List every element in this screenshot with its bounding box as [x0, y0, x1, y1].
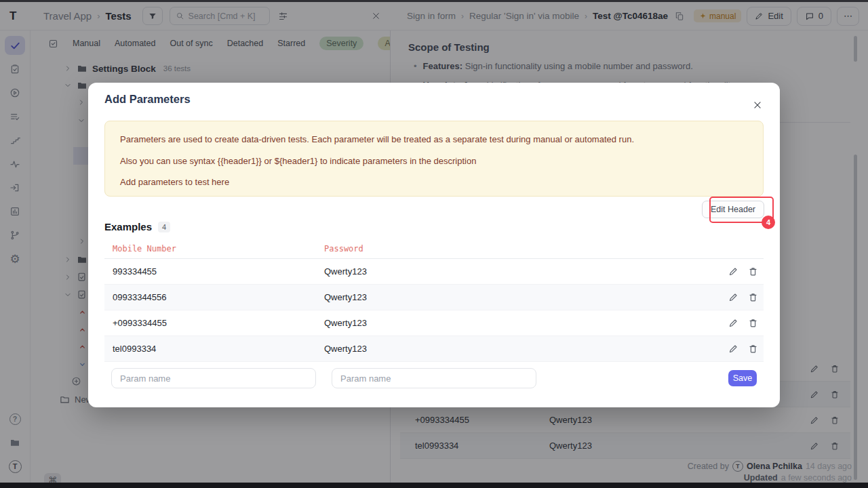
- pencil-icon: [728, 344, 738, 354]
- cell-mobile: 993334455: [104, 266, 324, 277]
- info-line: Also you can use syntax {{header1}} or $…: [120, 156, 748, 166]
- pencil-icon: [728, 266, 738, 277]
- pencil-icon: [728, 292, 738, 302]
- delete-row-button[interactable]: [748, 266, 758, 277]
- trash-icon: [748, 266, 758, 277]
- trash-icon: [748, 318, 758, 328]
- delete-row-button[interactable]: [748, 292, 758, 302]
- close-icon: [753, 100, 762, 110]
- cell-mobile: +0993334455: [104, 318, 324, 328]
- table-row: +0993334455 Qwerty123: [104, 310, 764, 336]
- save-button[interactable]: Save: [728, 370, 757, 386]
- param-name-input-2[interactable]: [332, 368, 536, 388]
- annotation-step-badge: 4: [762, 216, 775, 229]
- examples-table: Mobile Number Password 993334455 Qwerty1…: [104, 239, 764, 362]
- cell-password: Qwerty123: [324, 344, 728, 354]
- cell-password: Qwerty123: [324, 292, 728, 302]
- examples-count-badge: 4: [158, 222, 170, 232]
- modal-close-button[interactable]: [750, 98, 765, 113]
- delete-row-button[interactable]: [748, 318, 758, 328]
- examples-title: Examples: [104, 221, 152, 232]
- cell-password: Qwerty123: [324, 318, 728, 328]
- trash-icon: [748, 344, 758, 354]
- param-name-input-1[interactable]: [111, 368, 316, 388]
- cell-mobile: 09933344556: [104, 292, 324, 302]
- table-row: 09933344556 Qwerty123: [104, 285, 764, 310]
- column-header-password: Password: [324, 244, 764, 253]
- parameters-info-box: Parameters are used to create data-drive…: [104, 121, 764, 197]
- delete-row-button[interactable]: [748, 344, 758, 354]
- info-line: Parameters are used to create data-drive…: [120, 134, 748, 144]
- cell-mobile: tel0993334: [104, 344, 324, 354]
- modal-title: Add Parameters: [104, 93, 191, 106]
- edit-row-button[interactable]: [728, 292, 738, 302]
- new-param-row: Save: [111, 367, 757, 389]
- edit-row-button[interactable]: [728, 318, 738, 328]
- table-row: tel0993334 Qwerty123: [104, 336, 764, 362]
- trash-icon: [748, 292, 758, 302]
- examples-heading: Examples 4: [104, 221, 170, 232]
- edit-row-button[interactable]: [728, 344, 738, 354]
- table-header-row: Mobile Number Password: [104, 239, 764, 259]
- cell-password: Qwerty123: [324, 266, 728, 277]
- add-parameters-modal: Add Parameters Parameters are used to cr…: [88, 83, 780, 407]
- pencil-icon: [728, 318, 738, 328]
- edit-row-button[interactable]: [728, 266, 738, 277]
- info-line: Add parameters to test here: [120, 177, 748, 187]
- table-row: 993334455 Qwerty123: [104, 259, 764, 285]
- column-header-mobile: Mobile Number: [104, 244, 324, 253]
